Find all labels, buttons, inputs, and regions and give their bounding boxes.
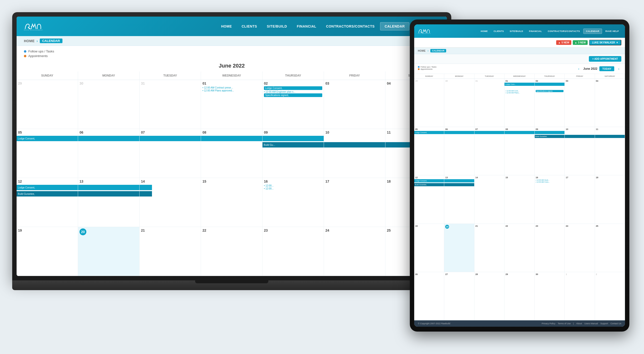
cal-cell[interactable]: 30 bbox=[444, 79, 474, 127]
footer-link-privacy[interactable]: Privacy Policy bbox=[542, 322, 556, 325]
cal-event[interactable]: Lodge Consent, bbox=[415, 180, 427, 182]
cal-event[interactable]: • 12:00... bbox=[264, 187, 322, 190]
cal-cell[interactable]: 23 bbox=[535, 224, 565, 272]
cal-cell[interactable]: 30 bbox=[535, 272, 565, 320]
tablet-nav-sitebuild[interactable]: SITE/BUILD bbox=[507, 29, 526, 34]
cal-cell-today[interactable]: 20 bbox=[444, 224, 474, 272]
cal-cell[interactable]: 09 Build Gurantee, bbox=[535, 127, 565, 175]
tablet-nav-home[interactable]: HOME bbox=[478, 29, 490, 34]
cal-cell[interactable]: 21 bbox=[140, 227, 201, 276]
cal-cell[interactable]: 22 bbox=[504, 224, 534, 272]
cal-event-dot[interactable]: • 12:00 AM Cont... • 12:00 AM Plans... bbox=[506, 90, 533, 94]
cal-cell[interactable]: 22 bbox=[201, 227, 262, 276]
cal-cell[interactable]: 29 bbox=[16, 80, 78, 129]
cal-event-spec[interactable]: Specifications signed, bbox=[536, 90, 564, 92]
cal-event[interactable]: • 12:00 AM Contract prese... bbox=[202, 86, 261, 89]
cal-event-spec[interactable]: Specifications signed, bbox=[264, 93, 322, 97]
cal-cell[interactable]: 14 bbox=[140, 178, 201, 227]
cal-today-button[interactable]: TODAY bbox=[599, 66, 614, 71]
nav-calendar[interactable]: CALENDAR bbox=[380, 22, 410, 30]
cal-cell[interactable]: 1 bbox=[565, 272, 595, 320]
cal-cell[interactable]: 08 bbox=[504, 127, 534, 175]
cal-cell[interactable]: 31 bbox=[140, 80, 201, 129]
cal-event[interactable]: • 12:00 AM Quot... bbox=[536, 179, 564, 181]
cal-cell[interactable]: 09 Build Gu... bbox=[262, 129, 324, 178]
cal-cell[interactable]: 15 bbox=[201, 178, 262, 227]
nav-sitebuild[interactable]: SITE/BUILD bbox=[262, 22, 292, 30]
nav-home[interactable]: HOME bbox=[216, 22, 236, 30]
footer-link-manual[interactable]: Users Manual bbox=[584, 322, 598, 325]
cal-cell[interactable]: 05 Lodge Consent, bbox=[16, 129, 78, 178]
cal-event-lodge[interactable]: Lodge Consent, bbox=[264, 86, 322, 90]
cal-cell[interactable]: 10 bbox=[565, 127, 595, 175]
cal-cell[interactable]: 02 Specifications signed, bbox=[535, 79, 565, 127]
cal-cell[interactable]: 28 bbox=[474, 272, 504, 320]
cal-cell[interactable]: 16 • 12:00 AM Quot... • 12:00 AM Cons... bbox=[535, 175, 565, 223]
cal-event[interactable]: • 12:00... bbox=[264, 184, 322, 187]
cal-cell[interactable]: 01 Lodge Cons... • 12:00 AM Cont... • 12… bbox=[504, 79, 534, 127]
cal-event[interactable]: • 12:00 AM Cons... bbox=[536, 181, 564, 183]
footer-link-terms[interactable]: Terms of Use bbox=[558, 322, 571, 325]
cal-cell[interactable]: 01 • 12:00 AM Contract prese... • 12:00 … bbox=[201, 80, 262, 129]
cal-cell[interactable]: 30 bbox=[78, 80, 140, 129]
user-menu-button[interactable]: LUKE SKYWALKER ▼ bbox=[589, 40, 621, 45]
cal-cell[interactable]: 13 bbox=[78, 178, 140, 227]
cal-cell-today[interactable]: 20 bbox=[78, 227, 140, 276]
cal-prev-button[interactable]: ‹ bbox=[576, 66, 581, 72]
cal-event[interactable]: • 12:00 AM Plans approved... bbox=[202, 89, 261, 92]
cal-cell[interactable]: 29 bbox=[504, 272, 534, 320]
cal-cell[interactable]: 11 bbox=[595, 127, 625, 175]
cal-event-lodge2[interactable]: Lodge Consent, bbox=[18, 137, 35, 140]
cal-cell[interactable]: 06 bbox=[444, 127, 474, 175]
cal-cell[interactable]: 13 bbox=[444, 175, 474, 223]
tablet-breadcrumb-home[interactable]: HOME bbox=[418, 49, 426, 52]
cal-cell[interactable]: 12 Lodge Consent, Build Gurantee, bbox=[16, 178, 78, 227]
cal-next-button[interactable]: › bbox=[616, 66, 621, 72]
cal-cell[interactable]: 24 bbox=[565, 224, 595, 272]
cal-cell[interactable]: 24 bbox=[324, 227, 386, 276]
cal-cell[interactable]: 26 bbox=[414, 272, 444, 320]
tablet-nav-financial[interactable]: FINANCIAL bbox=[526, 29, 544, 34]
tablet-nav-calendar[interactable]: CALENDAR bbox=[583, 28, 602, 34]
cal-event-lodge[interactable]: Lodge Cons... bbox=[505, 83, 516, 85]
nav-clients[interactable]: CLIENTS bbox=[237, 22, 261, 30]
add-appointment-button[interactable]: + ADD APPOINTMENT bbox=[589, 56, 621, 62]
cal-event[interactable]: Build Gurantee, bbox=[536, 136, 548, 137]
cal-event-build[interactable]: Build Gu... bbox=[264, 144, 275, 146]
cal-cell[interactable]: 07 bbox=[474, 127, 504, 175]
footer-link-support[interactable]: Support bbox=[600, 322, 608, 325]
cal-cell[interactable]: 10 bbox=[324, 129, 386, 178]
tablet-nav-contractors[interactable]: CONTRACTORS/CONTACTS bbox=[545, 29, 582, 34]
cal-event[interactable]: Build Gurantee, bbox=[415, 184, 427, 186]
footer-link-about[interactable]: About bbox=[576, 322, 582, 325]
cal-cell[interactable]: 07 bbox=[140, 129, 201, 178]
cal-cell[interactable]: 12 Lodge Consent, Build Gurantee, bbox=[414, 175, 444, 223]
cal-cell[interactable]: 14 bbox=[474, 175, 504, 223]
cal-cell[interactable]: 27 bbox=[444, 272, 474, 320]
cal-event[interactable]: • 12:00 AM Engineer plan s... bbox=[264, 90, 322, 93]
cal-cell[interactable]: 19 bbox=[414, 224, 444, 272]
cal-cell[interactable]: 15 bbox=[504, 175, 534, 223]
cal-cell[interactable]: 06 bbox=[78, 129, 140, 178]
nav-contractors[interactable]: CONTRACTORS/CONTACTS bbox=[322, 22, 379, 30]
cal-cell[interactable]: 03 bbox=[324, 80, 386, 129]
cal-event-lodge3[interactable]: Lodge Consent, bbox=[18, 186, 35, 189]
cal-cell[interactable]: 02 Lodge Consent, • 12:00 AM Engineer pl… bbox=[262, 80, 324, 129]
cal-cell[interactable]: 18 bbox=[595, 175, 625, 223]
cal-cell[interactable]: 17 bbox=[324, 178, 386, 227]
cal-event-build2[interactable]: Build Gurantee, bbox=[18, 193, 35, 195]
tablet-nav-ravehelp[interactable]: RAVE HELP bbox=[603, 29, 621, 34]
cal-cell[interactable]: 23 bbox=[262, 227, 324, 276]
breadcrumb-home[interactable]: HOME bbox=[24, 39, 35, 43]
cal-cell[interactable]: 03 bbox=[565, 79, 595, 127]
cal-cell[interactable]: 04 bbox=[595, 79, 625, 127]
nav-financial[interactable]: FINANCIAL bbox=[292, 22, 321, 30]
cal-cell[interactable]: 2 bbox=[595, 272, 625, 320]
cal-cell[interactable]: 05 Lodge Consent, bbox=[414, 127, 444, 175]
cal-cell[interactable]: 31 bbox=[474, 79, 504, 127]
cal-cell[interactable]: 17 bbox=[565, 175, 595, 223]
cal-cell[interactable]: 08 bbox=[201, 129, 262, 178]
cal-cell[interactable]: 19 bbox=[16, 227, 78, 276]
cal-cell[interactable]: 21 bbox=[474, 224, 504, 272]
cal-cell[interactable]: 29 bbox=[414, 79, 444, 127]
